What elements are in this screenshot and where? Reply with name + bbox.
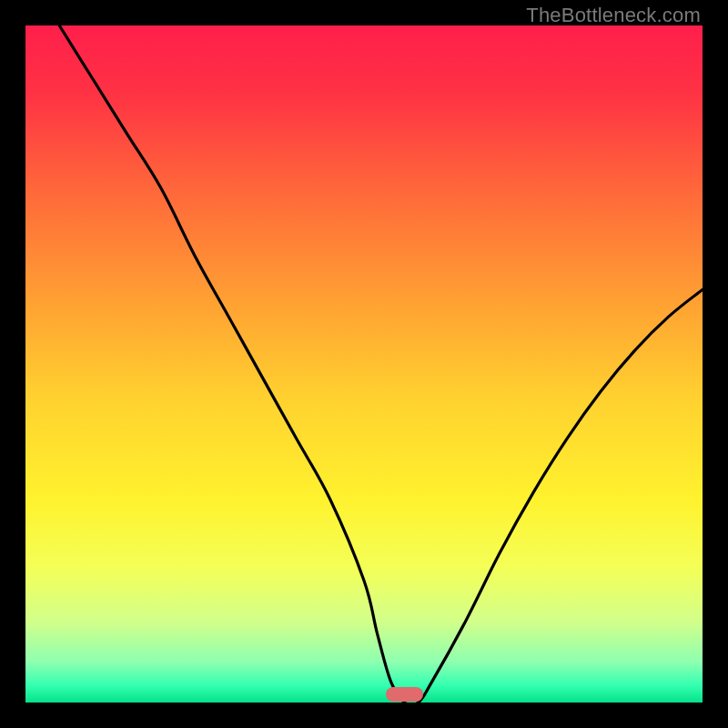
chart-frame: TheBottleneck.com (0, 0, 728, 728)
optimal-range-marker (386, 687, 423, 702)
watermark-text: TheBottleneck.com (526, 4, 701, 27)
bottleneck-curve (25, 25, 703, 703)
plot-area (25, 25, 703, 703)
